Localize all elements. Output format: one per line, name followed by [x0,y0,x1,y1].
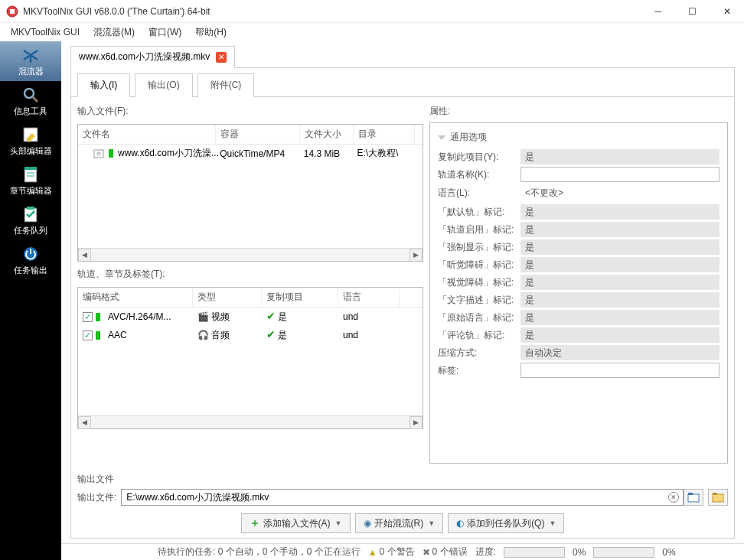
chevron-down-icon: ▼ [549,519,556,527]
status-bar-icon [109,149,113,158]
properties-label: 属性: [429,103,728,119]
recent-button[interactable] [708,489,728,506]
commentary-select[interactable]: 是 [520,327,720,343]
svg-rect-10 [27,207,34,210]
copy-select[interactable]: 是 [520,149,720,164]
track-row[interactable]: ✓AVC/H.264/M... 🎬 视频 ✔ 是 und [78,308,423,326]
file-icon [93,149,106,158]
sidebar-item-job-output[interactable]: 任务输出 [0,240,61,280]
file-row[interactable]: www.x6d.com小刀洗澡... QuickTime/MP4 14.3 Mi… [78,145,423,162]
forced-select[interactable]: 是 [520,239,720,255]
video-icon: 🎬 [197,311,209,322]
lang-value[interactable]: <不更改> [520,184,720,202]
add-queue-button[interactable]: ◐添加到任务队列(Q)▼ [448,513,564,533]
scroll-left-icon[interactable]: ◀ [78,416,91,429]
tracks-label: 轨道、章节及标签(T): [77,266,423,282]
input-files-list[interactable]: 文件名 容器 文件大小 目录 www.x6d.com小刀洗澡... Quic [77,124,423,262]
tab-input[interactable]: 输入(I) [77,73,130,97]
h-scrollbar[interactable]: ◀ ▶ [78,248,423,261]
tracks-list[interactable]: 编码格式 类型 复制项目 语言 ✓AVC/H.264/M... 🎬 视频 ✔ 是… [77,287,423,429]
menu-help[interactable]: 帮助(H) [189,24,233,41]
col-size[interactable]: 文件大小 [300,125,354,144]
progress-bar-1 [504,547,565,558]
visual-select[interactable]: 是 [520,275,720,290]
sidebar-item-info[interactable]: 信息工具 [0,81,61,121]
col-container[interactable]: 容器 [216,125,300,144]
start-mux-button[interactable]: ◉开始混流(R)▼ [355,513,444,533]
svg-rect-13 [94,150,103,158]
errors-status[interactable]: ✖0 个错误 [423,545,468,558]
col-type[interactable]: 类型 [193,288,262,307]
action-bar: ＋添加输入文件(A)▼ ◉开始混流(R)▼ ◐添加到任务队列(Q)▼ [71,510,734,538]
maximize-button[interactable]: ☐ [675,0,710,22]
add-input-button[interactable]: ＋添加输入文件(A)▼ [241,513,351,533]
scroll-right-icon[interactable]: ▶ [410,249,423,262]
tags-input[interactable] [520,363,720,378]
svg-line-3 [33,97,38,102]
col-codec[interactable]: 编码格式 [78,288,193,307]
checkbox[interactable]: ✓ [83,312,93,322]
textdesc-select[interactable]: 是 [520,292,720,308]
menu-mux[interactable]: 混流器(M) [87,24,141,41]
compression-select[interactable]: 自动决定 [520,345,720,360]
menu-app[interactable]: MKVToolNix GUI [5,24,86,40]
magnifier-icon [21,86,40,104]
hearing-select[interactable]: 是 [520,257,720,272]
clear-icon[interactable]: ✕ [668,492,679,503]
check-icon: ✔ [266,328,276,340]
trackname-input[interactable] [520,167,720,182]
warnings-status[interactable]: ▲0 个警告 [368,545,415,558]
app-icon [6,5,18,18]
window-title: MKVToolNix GUI v68.0.0 ('The Curtain') 6… [23,6,641,17]
menu-window[interactable]: 窗口(W) [142,24,188,41]
sidebar-item-chapter-editor[interactable]: 章节编辑器 [0,161,61,200]
checkbox[interactable]: ✓ [83,330,93,340]
svg-rect-6 [24,167,37,170]
track-row[interactable]: ✓AAC 🎧 音频 ✔ 是 und [78,326,423,344]
chapter-icon [21,165,40,184]
output-path-input[interactable] [121,489,684,506]
tab-attachments[interactable]: 附件(C) [197,73,255,97]
status-bar-icon [96,313,100,321]
col-copy[interactable]: 复制项目 [262,288,338,307]
error-icon: ✖ [423,547,430,558]
output-icon [21,245,40,263]
file-tab-label: www.x6d.com小刀洗澡视频.mkv [79,50,210,63]
audio-icon: 🎧 [197,330,209,340]
sidebar-item-header-editor[interactable]: 头部编辑器 [0,121,61,161]
scroll-left-icon[interactable]: ◀ [78,249,91,262]
progress-pct-1: 0% [573,547,586,558]
col-lang[interactable]: 语言 [338,288,400,307]
default-select[interactable]: 是 [520,204,720,220]
h-scrollbar[interactable]: ◀ ▶ [78,415,423,428]
output-section-label: 输出文件 [77,470,728,489]
original-select[interactable]: 是 [520,310,720,325]
input-files-label: 输入文件(F): [77,103,423,119]
sidebar-item-job-queue[interactable]: 任务队列 [0,200,61,240]
col-dir[interactable]: 目录 [354,125,415,144]
minimize-button[interactable]: ─ [641,0,675,22]
svg-rect-18 [713,493,717,495]
queue-add-icon: ◐ [456,518,464,529]
enabled-select[interactable]: 是 [520,222,720,237]
file-tab[interactable]: www.x6d.com小刀洗澡视频.mkv ✕ [70,46,235,68]
svg-rect-5 [24,168,37,182]
chevron-down-icon: ▼ [335,519,342,527]
browse-file-button[interactable] [684,489,703,506]
play-icon: ◉ [364,518,371,529]
status-bar-icon [96,331,100,340]
output-file-label: 输出文件: [77,491,116,504]
scroll-right-icon[interactable]: ▶ [410,416,423,429]
jobs-status: 待执行的任务: 0 个自动，0 个手动，0 个正在运行 [158,545,361,558]
col-filename[interactable]: 文件名 [78,125,216,144]
svg-point-14 [97,152,100,155]
close-button[interactable]: ✕ [710,0,744,22]
properties-panel: 通用选项 复制此项目(Y):是 轨道名称(K): 语言(L):<不更改> 「默认… [429,122,728,464]
svg-rect-15 [688,494,699,502]
sub-tabs: 输入(I) 输出(O) 附件(C) [71,73,734,97]
menubar: MKVToolNix GUI 混流器(M) 窗口(W) 帮助(H) [0,23,744,41]
sidebar-item-muxer[interactable]: 混流器 [0,41,61,81]
tab-output[interactable]: 输出(O) [135,73,192,97]
prop-group-header[interactable]: 通用选项 [438,128,720,147]
close-icon[interactable]: ✕ [216,52,227,63]
